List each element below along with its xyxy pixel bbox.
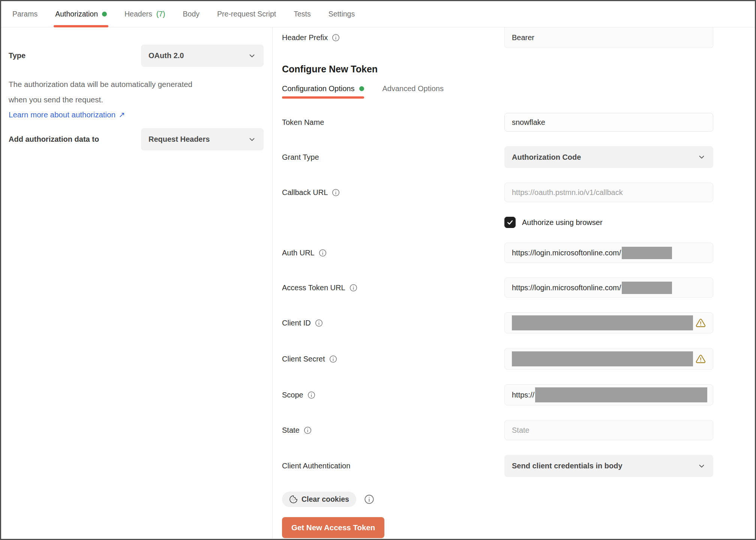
oauth2-config-pane: Header Prefix Configure New Token Config… — [273, 27, 755, 539]
authorization-editor: Type OAuth 2.0 The authorization data wi… — [1, 27, 755, 539]
subtab-advanced-options[interactable]: Advanced Options — [382, 84, 443, 99]
authorize-browser-row: Authorize using browser — [282, 217, 755, 228]
access-token-url-label-group: Access Token URL — [282, 284, 504, 292]
redacted-value-bar — [512, 315, 693, 330]
tab-params[interactable]: Params — [12, 1, 38, 27]
info-icon[interactable] — [319, 249, 327, 257]
auth-type-pane: Type OAuth 2.0 The authorization data wi… — [1, 27, 273, 539]
tab-headers-label: Headers — [124, 10, 152, 18]
state-input[interactable] — [504, 420, 713, 440]
auth-url-input[interactable]: https://login.microsoftonline.com/ — [504, 243, 713, 263]
redacted-value-bar — [512, 351, 693, 366]
external-link-arrow-icon: ↗ — [118, 110, 125, 119]
chevron-down-icon — [248, 52, 256, 60]
client-secret-row: Client Secret — [282, 348, 755, 370]
subtab-configuration-options-label: Configuration Options — [282, 84, 354, 93]
chevron-down-icon — [698, 153, 706, 161]
token-config-form: Token Name Grant Type Authorization Code — [282, 113, 755, 538]
cookie-icon — [289, 495, 298, 504]
configuration-modified-dot-icon — [359, 86, 364, 91]
info-icon[interactable] — [304, 426, 312, 434]
token-name-input[interactable] — [504, 113, 713, 132]
tab-authorization[interactable]: Authorization — [55, 1, 107, 27]
scope-input[interactable]: https:// — [504, 384, 713, 405]
redacted-value-bar — [535, 387, 707, 402]
state-row: State — [282, 420, 755, 440]
scope-label-group: Scope — [282, 391, 504, 399]
subtab-configuration-options[interactable]: Configuration Options — [282, 84, 364, 99]
add-auth-data-row: Add authorization data to Request Header… — [9, 128, 272, 150]
info-icon[interactable] — [332, 189, 340, 196]
auth-type-row: Type OAuth 2.0 — [9, 45, 272, 67]
client-id-label: Client ID — [282, 319, 311, 327]
tab-tests[interactable]: Tests — [294, 1, 311, 27]
callback-url-label-group: Callback URL — [282, 188, 504, 197]
token-name-label-group: Token Name — [282, 118, 504, 127]
active-subtab-underline — [282, 96, 364, 99]
callback-url-row: Callback URL — [282, 183, 755, 202]
add-auth-data-dropdown[interactable]: Request Headers — [141, 128, 264, 150]
info-icon[interactable] — [308, 391, 315, 399]
configure-new-token-title: Configure New Token — [282, 64, 755, 75]
clear-cookies-label: Clear cookies — [302, 495, 349, 504]
info-icon[interactable] — [315, 319, 323, 327]
token-name-row: Token Name — [282, 113, 755, 132]
tab-authorization-label: Authorization — [55, 10, 98, 18]
tab-settings[interactable]: Settings — [328, 1, 355, 27]
tab-body-label: Body — [183, 10, 200, 18]
chevron-down-icon — [248, 135, 256, 144]
client-secret-input[interactable] — [504, 348, 713, 370]
client-authentication-label: Client Authentication — [282, 462, 350, 470]
auth-description-line2: when you send the request. — [9, 92, 272, 107]
tab-params-label: Params — [12, 10, 38, 18]
header-prefix-input[interactable] — [504, 27, 713, 48]
client-secret-label: Client Secret — [282, 355, 325, 363]
auth-type-dropdown[interactable]: OAuth 2.0 — [141, 45, 264, 67]
callback-url-input[interactable] — [504, 183, 713, 202]
access-token-url-row: Access Token URL https://login.microsoft… — [282, 278, 755, 298]
client-secret-label-group: Client Secret — [282, 355, 504, 363]
info-icon[interactable] — [329, 355, 337, 363]
authorize-browser-checkbox[interactable] — [504, 217, 516, 228]
authorization-modified-dot-icon — [102, 12, 107, 16]
warning-icon — [696, 318, 706, 328]
tab-settings-label: Settings — [328, 10, 355, 18]
scope-label: Scope — [282, 391, 303, 399]
subtab-advanced-options-label: Advanced Options — [382, 84, 443, 93]
tab-tests-label: Tests — [294, 10, 311, 18]
auth-description: The authorization data will be automatic… — [9, 76, 272, 107]
clear-cookies-button[interactable]: Clear cookies — [282, 492, 356, 507]
token-config-subtabs: Configuration Options Advanced Options — [282, 84, 755, 99]
state-label: State — [282, 426, 300, 435]
redacted-value-bar — [622, 282, 672, 294]
tab-body[interactable]: Body — [183, 1, 200, 27]
auth-type-label: Type — [9, 51, 141, 60]
scope-value: https:// — [512, 391, 534, 399]
client-id-label-group: Client ID — [282, 319, 504, 327]
client-authentication-row: Client Authentication Send client creden… — [282, 455, 755, 477]
header-prefix-label: Header Prefix — [282, 33, 328, 42]
client-authentication-selected-value: Send client credentials in body — [512, 462, 622, 470]
auth-description-line1: The authorization data will be automatic… — [9, 76, 272, 92]
tab-headers[interactable]: Headers (7) — [124, 1, 165, 27]
get-new-access-token-label: Get New Access Token — [291, 523, 375, 532]
info-icon[interactable] — [332, 34, 340, 42]
add-auth-data-selected-value: Request Headers — [148, 135, 210, 144]
auth-url-value: https://login.microsoftonline.com/ — [512, 249, 621, 257]
grant-type-label: Grant Type — [282, 153, 319, 162]
state-label-group: State — [282, 426, 504, 435]
access-token-url-input[interactable]: https://login.microsoftonline.com/ — [504, 278, 713, 298]
learn-more-link[interactable]: Learn more about authorization ↗ — [9, 110, 125, 119]
info-icon[interactable] — [364, 494, 374, 504]
client-authentication-dropdown[interactable]: Send client credentials in body — [504, 455, 713, 477]
authorize-browser-label[interactable]: Authorize using browser — [522, 218, 603, 227]
grant-type-dropdown[interactable]: Authorization Code — [504, 146, 713, 168]
tab-pre-request-script[interactable]: Pre-request Script — [217, 1, 276, 27]
headers-count-badge: (7) — [156, 10, 165, 18]
learn-more-link-label: Learn more about authorization — [9, 110, 116, 119]
redacted-value-bar — [622, 247, 672, 259]
client-id-input[interactable] — [504, 312, 713, 333]
info-icon[interactable] — [350, 284, 357, 292]
get-new-access-token-button[interactable]: Get New Access Token — [282, 517, 384, 538]
auth-url-row: Auth URL https://login.microsoftonline.c… — [282, 243, 755, 263]
